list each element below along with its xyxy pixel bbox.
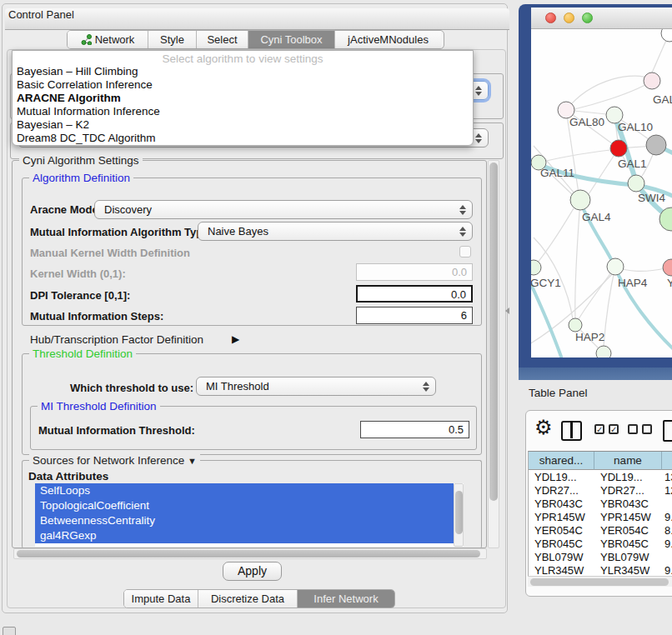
mi-type-combobox[interactable]: Naive Bayes [198, 222, 473, 241]
table-cell[interactable] [664, 498, 672, 511]
mi-type-label: Mutual Information Algorithm Type: [30, 226, 213, 238]
network-edge-highlighted[interactable] [531, 279, 561, 357]
algorithm-option-bayesian-hill-climbing[interactable]: Bayesian – Hill Climbing [16, 65, 466, 78]
columns-icon[interactable] [561, 421, 582, 441]
deselect-all-checkboxes-icon[interactable] [628, 424, 652, 434]
network-node[interactable] [663, 259, 672, 276]
settings-horizontal-scrollbar[interactable] [13, 548, 487, 559]
tab-network[interactable]: Network [68, 31, 148, 48]
attribute-item-betweennesscentrality[interactable]: BetweennessCentrality [35, 513, 454, 528]
settings-vertical-scrollbar[interactable] [488, 160, 499, 548]
tab-impute-data[interactable]: Impute Data [124, 590, 198, 608]
new-table-icon[interactable] [663, 420, 672, 442]
algorithm-definition-title: Algorithm Definition [29, 172, 133, 184]
table-cell[interactable]: YPR145W [534, 511, 595, 524]
network-node[interactable] [570, 190, 590, 210]
close-window-icon[interactable] [545, 12, 556, 23]
tab-cyni-toolbox[interactable]: Cyni Toolbox [248, 31, 335, 48]
gear-icon[interactable]: ⚙ [534, 416, 553, 439]
table-cell[interactable]: YDR27... [600, 484, 663, 498]
hub-expander-label[interactable]: Hub/Transcription Factor Definition [30, 333, 203, 346]
algorithm-option-bayesian-k2[interactable]: Bayesian – K2 [16, 118, 466, 132]
table-cell[interactable] [664, 551, 672, 564]
network-node[interactable] [596, 346, 611, 358]
tab-label: Select [207, 33, 237, 46]
node-label-y: Y [667, 277, 672, 289]
manual-kernel-checkbox[interactable] [459, 246, 471, 258]
table-cell[interactable]: YBR043C [534, 498, 595, 511]
network-canvas[interactable]: GALGAL80GAL10GAL1GAL11SWI4GAL4GCY1HAP4YH… [531, 29, 672, 358]
table-cell[interactable]: YDL19... [534, 471, 595, 484]
aracne-mode-combobox[interactable]: Discovery [94, 200, 473, 219]
column-header-2[interactable] [662, 452, 672, 470]
algorithm-option-basic-correlation-inference[interactable]: Basic Correlation Inference [16, 78, 466, 92]
table-cell[interactable]: 12 [664, 484, 672, 498]
splitter-collapse-icon[interactable] [505, 308, 509, 314]
table-cell[interactable]: YPR145W [600, 511, 663, 524]
network-node[interactable] [569, 318, 582, 332]
network-edge[interactable] [539, 149, 617, 162]
mi-threshold-field[interactable]: 0.5 [360, 421, 469, 438]
tab-label: Style [160, 33, 184, 46]
algorithm-option-dream8-dc-tdc-algorithm[interactable]: Dream8 DC_TDC Algorithm [16, 132, 466, 145]
table-cell[interactable]: YER054C [534, 524, 595, 538]
algorithm-dropdown-prompt: Select algorithm to view settings [13, 52, 473, 65]
tab-infer-network[interactable]: Infer Network [298, 590, 394, 608]
network-edge[interactable] [575, 200, 580, 318]
table-cell[interactable]: 8. [664, 524, 672, 538]
tab-label: Infer Network [313, 592, 378, 605]
network-node[interactable] [644, 72, 660, 89]
tab-select[interactable]: Select [197, 31, 248, 48]
which-threshold-combobox[interactable]: MI Threshold [196, 377, 436, 396]
table-cell[interactable]: YDR27... [534, 484, 595, 498]
attribute-item-gal4rgexp[interactable]: gal4RGexp [35, 528, 454, 543]
apply-button[interactable]: Apply [223, 562, 282, 581]
collapse-down-icon[interactable]: ▼ [188, 456, 197, 466]
attribute-item-topologicalcoefficient[interactable]: TopologicalCoefficient [35, 498, 454, 513]
minimized-panel-button[interactable] [3, 627, 16, 635]
dpi-tolerance-field[interactable]: 0.0 [356, 285, 473, 302]
tab-label: Network [95, 33, 135, 46]
column-header-shared[interactable]: shared... [529, 452, 594, 470]
mi-steps-field[interactable]: 6 [356, 307, 473, 324]
table-cell[interactable]: 9. [664, 538, 672, 551]
expand-right-icon[interactable]: ▶ [232, 333, 239, 345]
network-node[interactable] [531, 260, 541, 275]
network-node[interactable] [661, 29, 672, 42]
control-panel-title: Control Panel [8, 4, 74, 26]
table-horizontal-scrollbar[interactable] [528, 576, 672, 587]
network-node[interactable] [610, 140, 627, 157]
table-cell[interactable]: YBR045C [600, 538, 663, 551]
table-cell[interactable]: YER054C [600, 524, 663, 538]
attribute-item-selfloops[interactable]: SelfLoops [35, 483, 454, 498]
table-cell[interactable]: 13 [664, 471, 672, 484]
network-edge[interactable] [566, 76, 650, 110]
table-cell[interactable]: YDL19... [600, 471, 663, 484]
zoom-window-icon[interactable] [582, 12, 593, 23]
table-cell[interactable]: YBL079W [600, 551, 663, 564]
network-edge[interactable] [574, 81, 652, 109]
network-edge[interactable] [604, 267, 615, 346]
table-cell[interactable]: 9. [664, 511, 672, 524]
tab-jactivemnodules[interactable]: jActiveMNodules [335, 31, 441, 48]
table-cell[interactable]: YBR043C [600, 498, 663, 511]
column-header-name[interactable]: name [594, 452, 662, 470]
table-cell[interactable]: YBR045C [534, 538, 595, 551]
kernel-width-field[interactable]: 0.0 [356, 263, 473, 281]
select-all-checkboxes-icon[interactable]: ✓✓ [594, 424, 619, 434]
algorithm-option-mutual-information-inference[interactable]: Mutual Information Inference [16, 105, 466, 118]
minimize-window-icon[interactable] [564, 12, 574, 23]
table-cell[interactable]: YLR345W [600, 564, 663, 576]
network-edge[interactable] [534, 208, 574, 268]
algorithm-option-aracne-algorithm[interactable]: ARACNE Algorithm [16, 92, 466, 105]
node-label-swi4: SWI4 [638, 192, 665, 204]
network-node[interactable] [646, 135, 666, 155]
tab-discretize-data[interactable]: Discretize Data [198, 590, 298, 608]
table-cell[interactable]: YLR345W [534, 564, 595, 576]
attributes-list-scrollbar[interactable] [454, 483, 464, 547]
network-node[interactable] [607, 258, 624, 275]
table-cell[interactable]: YBL079W [534, 551, 595, 564]
tab-style[interactable]: Style [148, 31, 197, 48]
network-node[interactable] [628, 175, 644, 192]
table-cell[interactable]: 9. [664, 564, 672, 576]
